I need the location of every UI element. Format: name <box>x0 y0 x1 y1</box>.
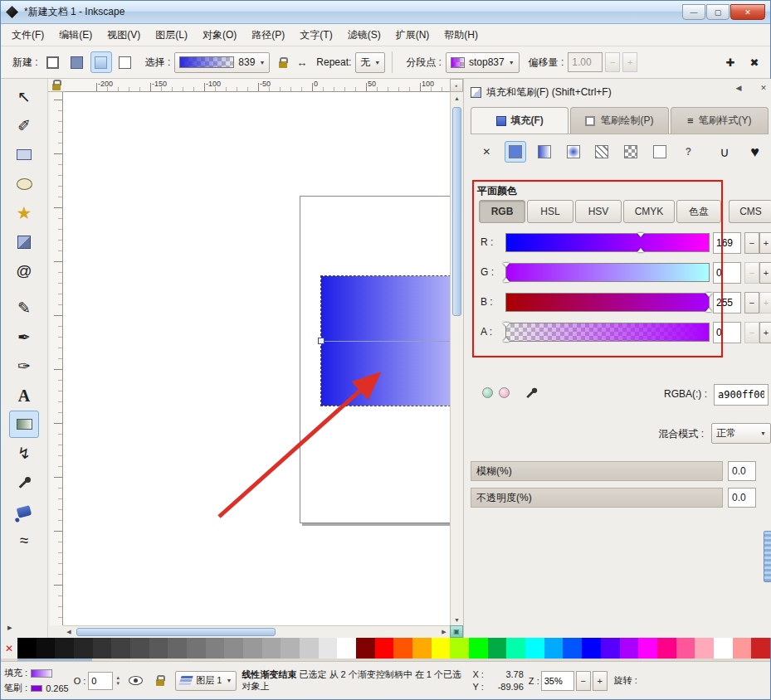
menu-item-9[interactable]: 帮助(H) <box>437 24 486 46</box>
pen-tool-button[interactable]: ✒ <box>9 323 39 351</box>
pick-color-dropper-icon[interactable] <box>525 386 538 400</box>
palette-swatch[interactable] <box>544 638 564 659</box>
blur-slider[interactable]: 模糊(%) <box>471 461 723 481</box>
palette-swatch[interactable] <box>93 638 112 659</box>
zoom-in-button[interactable]: + <box>593 671 608 691</box>
blend-mode-dropdown[interactable]: 正常 ▼ <box>711 423 771 444</box>
palette-swatch[interactable] <box>356 638 375 659</box>
palette-swatch[interactable] <box>488 638 507 659</box>
color-tab-cms[interactable]: CMS <box>729 200 771 223</box>
r-slider[interactable] <box>505 233 710 252</box>
apply-to-fill-button[interactable] <box>90 51 112 73</box>
r-minus-button[interactable]: − <box>744 232 759 254</box>
object-opacity-input[interactable] <box>88 672 113 690</box>
palette-swatch[interactable] <box>17 638 37 659</box>
palette-swatch[interactable] <box>506 638 525 659</box>
palette-swatch[interactable] <box>751 638 770 659</box>
dropper-tool-button[interactable] <box>9 469 39 496</box>
palette-swatch[interactable] <box>393 638 412 659</box>
swatch-paint-button[interactable] <box>620 141 642 163</box>
ellipse-tool-button[interactable] <box>9 170 39 197</box>
palette-swatch[interactable] <box>638 638 657 659</box>
palette-swatch[interactable] <box>130 638 149 659</box>
offset-input[interactable] <box>568 52 603 72</box>
maximize-button[interactable]: ▢ <box>706 4 730 20</box>
tab-stroke-paint[interactable]: 笔刷绘制(P) <box>570 107 668 134</box>
repeat-dropdown[interactable]: 无 ▼ <box>355 52 385 73</box>
palette-swatch[interactable] <box>74 638 93 659</box>
linear-gradient-paint-button[interactable] <box>533 141 555 163</box>
fill-rule-nonzero-button[interactable]: ∪ <box>713 141 737 163</box>
b-value-input[interactable] <box>713 292 741 314</box>
color-tab-rgb[interactable]: RGB <box>479 200 525 223</box>
a-value-input[interactable] <box>713 322 741 343</box>
palette-swatch[interactable] <box>412 638 432 659</box>
pencil-tool-button[interactable]: ✎ <box>9 294 39 322</box>
slider-marker[interactable] <box>503 323 510 341</box>
menu-item-3[interactable]: 图层(L) <box>148 24 195 46</box>
b-minus-button[interactable]: − <box>744 292 759 314</box>
palette-no-color[interactable]: ✕ <box>1 638 17 659</box>
g-value-input[interactable] <box>713 262 741 284</box>
palette-swatch[interactable] <box>601 638 620 659</box>
offset-minus-button[interactable]: − <box>605 52 620 72</box>
slider-marker[interactable] <box>503 264 510 281</box>
color-tab-hsl[interactable]: HSL <box>527 200 573 223</box>
scroll-down-button[interactable]: ▼ <box>451 614 463 625</box>
palette-swatch[interactable] <box>262 638 281 659</box>
layer-lock-toggle[interactable] <box>150 671 170 691</box>
menu-item-2[interactable]: 视图(V) <box>100 24 148 46</box>
palette-swatch[interactable] <box>37 638 56 659</box>
gradient-rectangle-object[interactable] <box>321 276 450 406</box>
b-slider[interactable] <box>505 293 710 312</box>
blur-value[interactable]: 0.0 <box>728 461 756 481</box>
g-minus-button[interactable]: − <box>744 262 759 284</box>
tab-fill[interactable]: 填充(F) <box>471 107 568 134</box>
spiral-tool-button[interactable]: @ <box>9 257 39 284</box>
box3d-tool-button[interactable] <box>9 228 39 255</box>
gradient-stop-handle[interactable] <box>318 338 325 344</box>
opacity-slider[interactable]: 不透明度(%) <box>471 488 723 508</box>
a-minus-button[interactable]: − <box>744 322 759 343</box>
palette-swatch[interactable] <box>676 638 695 659</box>
layer-dropdown[interactable]: 图层 1 ▼ <box>175 671 237 691</box>
swatch-pink-icon[interactable] <box>499 387 510 398</box>
opacity-spinner[interactable]: ▲▼ <box>115 675 120 686</box>
palette-swatch[interactable] <box>450 638 469 659</box>
vertical-scrollbar[interactable]: ▲ ▼ <box>450 92 463 625</box>
h-ruler[interactable]: -200-150-100-50050100 <box>65 79 450 92</box>
palette-swatch[interactable] <box>337 638 356 659</box>
gradient-select-dropdown[interactable]: 839 ▼ <box>174 52 270 73</box>
slider-marker[interactable] <box>637 234 645 251</box>
dock-scrollbar-thumb[interactable] <box>764 531 771 582</box>
opacity-value[interactable]: 0.0 <box>728 488 756 508</box>
dialog-close-button[interactable]: ✕ <box>756 80 771 95</box>
zoom-input[interactable] <box>541 671 574 691</box>
star-tool-button[interactable]: ★ <box>9 199 39 226</box>
fill-rule-evenodd-button[interactable]: ♥ <box>743 141 767 163</box>
new-radial-gradient-button[interactable] <box>66 51 88 73</box>
menu-item-1[interactable]: 编辑(E) <box>51 24 100 46</box>
minimize-button[interactable]: — <box>682 4 705 20</box>
palette-swatch[interactable] <box>187 638 206 659</box>
color-tab-色盘[interactable]: 色盘 <box>676 200 721 223</box>
scroll-left-button[interactable]: ◀ <box>63 626 75 638</box>
palette-swatch[interactable] <box>469 638 488 659</box>
palette-swatch[interactable] <box>563 638 582 659</box>
close-button[interactable]: ✕ <box>730 4 765 20</box>
stop-select-dropdown[interactable]: stop837 ▼ <box>446 52 520 73</box>
new-linear-gradient-button[interactable] <box>42 51 64 73</box>
palette-swatch[interactable] <box>300 638 319 659</box>
offset-plus-button[interactable]: + <box>622 52 637 72</box>
swatch-green-icon[interactable] <box>482 387 493 398</box>
connector-tool-button[interactable]: ↯ <box>9 440 39 467</box>
text-tool-button[interactable]: A <box>9 382 39 409</box>
menu-item-0[interactable]: 文件(F) <box>4 24 51 46</box>
menu-item-6[interactable]: 文字(T) <box>292 24 339 46</box>
guide-lock-toggle[interactable] <box>48 79 65 92</box>
palette-swatch[interactable] <box>525 638 544 659</box>
swatch-color-button[interactable] <box>648 141 671 163</box>
palette-swatch[interactable] <box>111 638 130 659</box>
cms-toggle-button[interactable]: ▣ <box>450 625 463 638</box>
palette-swatch[interactable] <box>582 638 601 659</box>
